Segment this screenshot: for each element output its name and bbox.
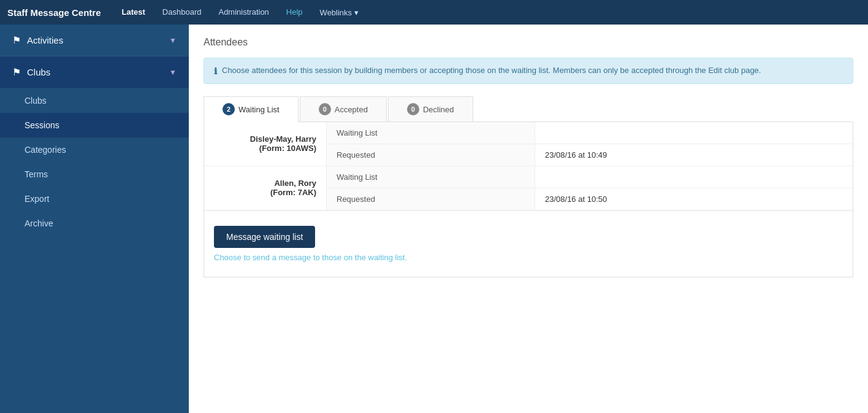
attendee-1-status-label: Waiting List	[327, 122, 535, 144]
attendee-2-status-label: Waiting List	[327, 166, 535, 188]
sidebar: ⚑ Activities ▼ ⚑ Clubs ▼ Clubs Sessions …	[0, 25, 189, 413]
attendee-2-name: Allen, Rory	[214, 179, 316, 188]
attendee-row-1: Disley-May, Harry (Form: 10AWS) Waiting …	[204, 122, 853, 166]
declined-badge: 0	[407, 103, 419, 115]
sidebar-categories-label: Categories	[25, 145, 66, 155]
clubs-icon: ⚑	[12, 66, 21, 78]
attendee-1-requested-row: Requested 23/08/16 at 10:49	[327, 144, 853, 166]
nav-dashboard[interactable]: Dashboard	[154, 0, 210, 25]
sidebar-sessions-label: Sessions	[25, 120, 59, 130]
tab-accepted-label: Accepted	[335, 105, 368, 114]
tab-declined[interactable]: 0 Declined	[388, 96, 473, 122]
attendee-2-name-col: Allen, Rory (Form: 7AK)	[204, 166, 327, 210]
tabs: 2 Waiting List 0 Accepted 0 Declined	[204, 96, 853, 122]
sidebar-archive-label: Archive	[25, 218, 53, 228]
attendee-1-name-col: Disley-May, Harry (Form: 10AWS)	[204, 122, 327, 166]
sidebar-item-export[interactable]: Export	[0, 187, 189, 211]
attendee-2-form: (Form: 7AK)	[214, 188, 316, 197]
brand: Staff Message Centre	[7, 7, 101, 18]
nav-latest[interactable]: Latest	[113, 0, 154, 25]
message-section: Message waiting list Choose to send a me…	[204, 210, 853, 277]
info-message: Choose attendees for this session by bui…	[222, 66, 761, 75]
tab-waiting-list[interactable]: 2 Waiting List	[204, 96, 299, 122]
sidebar-terms-label: Terms	[25, 169, 48, 179]
accepted-badge: 0	[319, 103, 331, 115]
attendee-1-status-row: Waiting List	[327, 122, 853, 144]
nav-weblinks[interactable]: Weblinks ▾	[311, 8, 367, 17]
attendee-1-requested-date: 23/08/16 at 10:49	[535, 144, 617, 166]
sidebar-item-activities[interactable]: ⚑ Activities ▼	[0, 25, 189, 56]
tab-waiting-list-label: Waiting List	[238, 105, 280, 114]
sidebar-item-categories[interactable]: Categories	[0, 137, 189, 162]
sidebar-clubs-sub-label: Clubs	[25, 96, 47, 106]
layout: ⚑ Activities ▼ ⚑ Clubs ▼ Clubs Sessions …	[0, 25, 868, 413]
sidebar-item-archive[interactable]: Archive	[0, 211, 189, 236]
tab-accepted[interactable]: 0 Accepted	[300, 96, 387, 122]
activities-arrow-icon: ▼	[169, 36, 177, 45]
attendee-2-status-row: Waiting List	[327, 166, 853, 188]
tab-declined-label: Declined	[423, 105, 454, 114]
main-content: Attendees ℹ Choose attendees for this se…	[189, 25, 868, 413]
attendee-section: Disley-May, Harry (Form: 10AWS) Waiting …	[204, 122, 853, 277]
page-title: Attendees	[204, 37, 853, 48]
attendee-1-requested-label: Requested	[327, 144, 535, 166]
activities-icon: ⚑	[12, 34, 21, 46]
attendee-1-name: Disley-May, Harry	[214, 134, 316, 144]
message-hint: Choose to send a message to those on the…	[214, 253, 843, 262]
info-box: ℹ Choose attendees for this session by b…	[204, 58, 853, 84]
attendee-1-details: Waiting List Requested 23/08/16 at 10:49	[327, 122, 853, 166]
attendee-2-requested-label: Requested	[327, 188, 535, 210]
attendee-row-2: Allen, Rory (Form: 7AK) Waiting List Req…	[204, 166, 853, 210]
attendee-2-details: Waiting List Requested 23/08/16 at 10:50	[327, 166, 853, 210]
nav-administration[interactable]: Administration	[210, 0, 277, 25]
top-nav: Staff Message Centre Latest Dashboard Ad…	[0, 0, 868, 25]
nav-help[interactable]: Help	[278, 0, 311, 25]
sidebar-export-label: Export	[25, 194, 49, 204]
clubs-arrow-icon: ▼	[169, 68, 177, 77]
sidebar-item-clubs[interactable]: ⚑ Clubs ▼	[0, 56, 189, 88]
waiting-list-badge: 2	[223, 103, 235, 115]
attendee-2-requested-date: 23/08/16 at 10:50	[535, 188, 617, 210]
sidebar-item-clubs-sub[interactable]: Clubs	[0, 88, 189, 113]
sidebar-clubs-label: Clubs	[27, 67, 169, 77]
sidebar-item-terms[interactable]: Terms	[0, 162, 189, 187]
sidebar-item-sessions[interactable]: Sessions	[0, 113, 189, 137]
sidebar-activities-label: Activities	[27, 35, 169, 45]
attendee-2-requested-row: Requested 23/08/16 at 10:50	[327, 188, 853, 210]
info-icon: ℹ	[214, 66, 217, 76]
message-waiting-list-button[interactable]: Message waiting list	[214, 226, 315, 248]
attendee-1-form: (Form: 10AWS)	[214, 144, 316, 153]
